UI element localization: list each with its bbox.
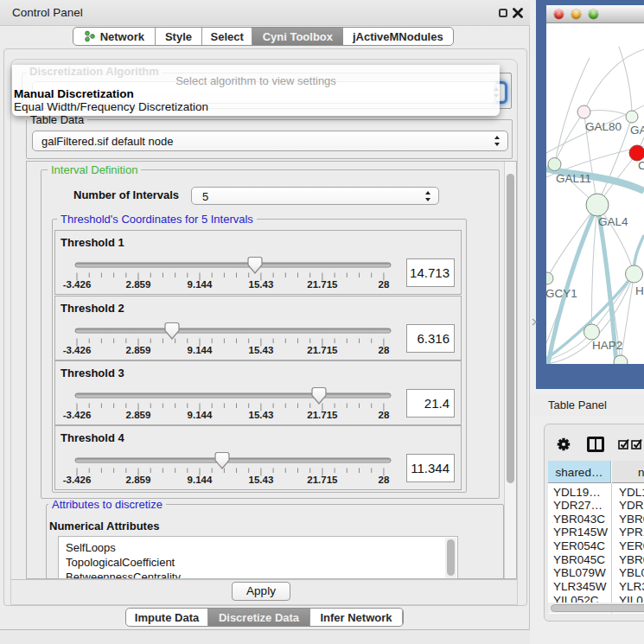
svg-text:GA: GA (630, 124, 644, 137)
svg-text:C: C (638, 159, 644, 172)
svg-text:HAP2: HAP2 (592, 339, 622, 352)
svg-text:15.43: 15.43 (249, 410, 274, 420)
svg-text:15.43: 15.43 (249, 475, 274, 485)
svg-text:-3.426: -3.426 (63, 279, 92, 290)
svg-text:GAL80: GAL80 (585, 120, 622, 133)
svg-text:GAL4: GAL4 (598, 215, 628, 228)
svg-text:21.715: 21.715 (307, 345, 338, 355)
svg-text:2.859: 2.859 (126, 345, 151, 355)
svg-text:21.715: 21.715 (307, 410, 338, 420)
svg-text:2.859: 2.859 (126, 475, 151, 485)
svg-text:28: 28 (379, 279, 390, 290)
svg-text:9.144: 9.144 (188, 279, 213, 290)
svg-text:21.715: 21.715 (307, 279, 338, 290)
svg-text:9.144: 9.144 (188, 410, 213, 420)
svg-text:-3.426: -3.426 (63, 475, 92, 485)
svg-text:28: 28 (379, 345, 390, 355)
svg-text:-3.426: -3.426 (63, 410, 92, 420)
svg-text:28: 28 (379, 475, 390, 485)
svg-text:15.43: 15.43 (249, 279, 274, 290)
svg-text:15.43: 15.43 (249, 345, 274, 355)
svg-text:9.144: 9.144 (188, 475, 213, 485)
svg-text:H: H (635, 284, 644, 297)
svg-text:2.859: 2.859 (126, 279, 151, 290)
svg-text:GCY1: GCY1 (546, 287, 577, 300)
svg-text:21.715: 21.715 (307, 475, 338, 485)
svg-text:GAL11: GAL11 (556, 172, 591, 185)
svg-text:-3.426: -3.426 (63, 345, 92, 355)
svg-text:28: 28 (379, 410, 390, 420)
svg-text:2.859: 2.859 (126, 410, 151, 420)
svg-text:9.144: 9.144 (188, 345, 213, 355)
